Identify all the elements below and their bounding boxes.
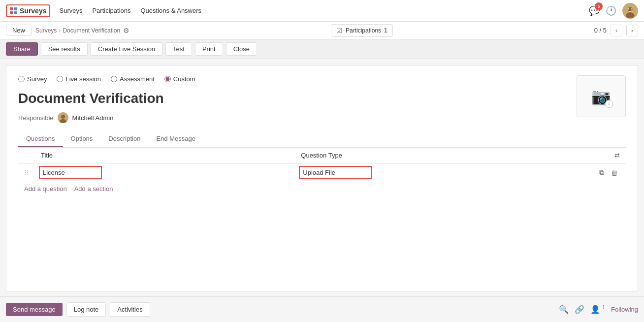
delete-row-button[interactable]: 🗑 <box>609 167 620 178</box>
followers-count: 1 <box>602 304 605 310</box>
nav-center-section: ☑ Participations 1 <box>331 24 393 37</box>
drag-handle-icon[interactable]: ⠿ <box>24 169 29 177</box>
log-note-button[interactable]: Log note <box>66 302 106 317</box>
print-button[interactable]: Print <box>195 42 223 56</box>
form-left-column: Survey Live session Assessment Custom <box>18 75 572 131</box>
new-button[interactable]: New <box>6 25 32 36</box>
copy-row-button[interactable]: ⧉ <box>597 167 606 178</box>
radio-custom[interactable]: Custom <box>164 75 195 83</box>
clock-button[interactable]: 🕐 <box>606 5 616 16</box>
highlighted-title[interactable]: License <box>41 168 100 177</box>
logo-icon <box>10 7 17 14</box>
questions-table: Title Question Type ⇄ ⠿ License <box>18 148 626 195</box>
radio-live-session-input[interactable] <box>57 76 63 82</box>
logo-text: Surveys <box>20 7 46 15</box>
radio-survey-input[interactable] <box>18 76 25 82</box>
responsible-name: Mitchell Admin <box>72 114 114 122</box>
form-right-column: 📷 + <box>572 75 626 131</box>
settings-icon[interactable]: ⚙ <box>123 27 129 34</box>
drag-handle-cell: ⠿ <box>18 163 35 182</box>
nav-surveys[interactable]: Surveys <box>58 5 83 16</box>
question-type-cell: Upload File <box>295 163 591 182</box>
add-section-link[interactable]: Add a section <box>74 185 113 193</box>
check-icon: ☑ <box>336 27 343 34</box>
filter-icon[interactable]: ⇄ <box>614 152 620 159</box>
radio-survey[interactable]: Survey <box>18 75 47 83</box>
breadcrumb-parent[interactable]: Surveys <box>35 27 57 34</box>
see-results-button[interactable]: See results <box>41 42 88 56</box>
svg-point-4 <box>631 8 632 9</box>
image-upload-placeholder[interactable]: 📷 + <box>577 75 626 117</box>
followers-icon: 👤 <box>590 306 600 314</box>
notifications-button[interactable]: 💬 5 <box>589 5 600 16</box>
tab-end-message[interactable]: End Message <box>148 131 203 147</box>
close-button[interactable]: Close <box>226 42 257 56</box>
camera-icon-container: 📷 + <box>591 87 611 106</box>
pagination-section: 0 / 5 ‹ › <box>594 25 638 36</box>
logo-sq <box>10 11 13 14</box>
nav-qna[interactable]: Questions & Answers <box>140 5 203 16</box>
svg-point-3 <box>628 8 629 9</box>
tab-description[interactable]: Description <box>100 131 148 147</box>
row-actions-cell: ⧉ 🗑 <box>591 163 626 182</box>
share-button[interactable]: Share <box>6 42 38 56</box>
form-top-row: Survey Live session Assessment Custom <box>18 75 626 131</box>
responsible-avatar <box>58 112 68 123</box>
notifications-badge: 5 <box>595 2 603 10</box>
secondary-navbar: New Surveys › Document Verification ⚙ ☑ … <box>0 22 644 39</box>
row-actions: ⧉ 🗑 <box>597 167 620 178</box>
logo-sq <box>14 11 17 14</box>
chatter-right-section: 🔍 🔗 👤 1 Following <box>559 304 639 314</box>
app-logo[interactable]: Surveys <box>6 4 50 17</box>
logo-sq <box>14 7 17 10</box>
table-actions-row: Add a question Add a section <box>18 182 626 196</box>
logo-sq <box>10 7 13 10</box>
radio-survey-label: Survey <box>27 75 47 83</box>
highlighted-type[interactable]: Upload File <box>301 168 370 177</box>
question-title-cell: License <box>35 163 295 182</box>
search-chatter-button[interactable]: 🔍 <box>559 305 569 314</box>
radio-assessment-input[interactable] <box>111 76 117 82</box>
participations-label: Participations <box>346 27 381 34</box>
question-type: Upload File <box>303 169 335 176</box>
followers-button[interactable]: 👤 1 <box>590 304 606 314</box>
top-navbar: Surveys Surveys Participations Questions… <box>0 0 644 22</box>
table-row: ⠿ License Upload File ⧉ <box>18 163 626 182</box>
radio-assessment-label: Assessment <box>120 75 155 83</box>
user-avatar[interactable] <box>622 3 638 19</box>
action-toolbar: Share See results Create Live Session Te… <box>0 39 644 59</box>
main-content: Survey Live session Assessment Custom <box>6 65 638 292</box>
radio-custom-input[interactable] <box>164 76 171 82</box>
nav-participations[interactable]: Participations <box>91 5 131 16</box>
add-question-link[interactable]: Add a question <box>24 185 67 193</box>
survey-title: Document Verification <box>18 91 572 106</box>
create-live-session-button[interactable]: Create Live Session <box>91 42 162 56</box>
pagination-prev-button[interactable]: ‹ <box>611 25 622 36</box>
tab-options[interactable]: Options <box>63 131 101 147</box>
radio-live-session[interactable]: Live session <box>57 75 101 83</box>
following-button[interactable]: Following <box>611 306 638 313</box>
radio-assessment[interactable]: Assessment <box>111 75 155 83</box>
responsible-label: Responsible <box>18 114 54 122</box>
tab-questions[interactable]: Questions <box>18 131 63 147</box>
table-body: ⠿ License Upload File ⧉ <box>18 163 626 196</box>
form-container: Survey Live session Assessment Custom <box>6 65 638 205</box>
test-button[interactable]: Test <box>165 42 192 56</box>
breadcrumb-separator: › <box>59 27 61 34</box>
svg-point-6 <box>61 115 65 119</box>
question-type-column-header: Question Type <box>295 148 591 163</box>
radio-live-session-label: Live session <box>65 75 101 83</box>
attachment-button[interactable]: 🔗 <box>575 305 584 314</box>
pagination-next-button[interactable]: › <box>626 25 638 36</box>
activities-button[interactable]: Activities <box>110 302 150 317</box>
table-actions-cell: Add a question Add a section <box>18 182 626 196</box>
participations-button[interactable]: ☑ Participations 1 <box>331 24 393 37</box>
clock-icon: 🕐 <box>606 6 616 16</box>
survey-type-radio-group: Survey Live session Assessment Custom <box>18 75 572 83</box>
breadcrumb: Surveys › Document Verification ⚙ <box>35 27 129 34</box>
chatter-bar: Send message Log note Activities 🔍 🔗 👤 1… <box>0 296 644 322</box>
radio-custom-label: Custom <box>173 75 195 83</box>
table-header: Title Question Type ⇄ <box>18 148 626 163</box>
send-message-button[interactable]: Send message <box>6 303 63 316</box>
question-title: License <box>43 169 65 176</box>
